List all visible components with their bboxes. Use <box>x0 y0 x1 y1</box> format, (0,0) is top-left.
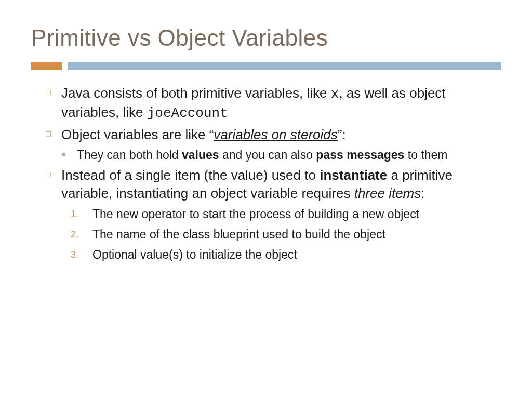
slide: Primitive vs Object Variables □ Java con… <box>0 0 532 399</box>
number-marker: 2. <box>68 227 92 243</box>
number-marker: 3. <box>68 247 92 263</box>
bullet-3-text: Instead of a single item (the value) use… <box>61 166 501 203</box>
numbered-1-text: The new operator to start the process of… <box>92 206 501 222</box>
text-span: to them <box>404 148 447 162</box>
numbered-1: 1. The new operator to start the process… <box>68 206 501 222</box>
text-span: Object variables are like “ <box>61 127 214 142</box>
bold-span: values <box>182 148 219 162</box>
bold-span: instantiate <box>320 167 387 183</box>
bullet-1: □ Java consists of both primitive variab… <box>46 84 501 123</box>
italic-span: three items <box>354 185 421 201</box>
sub-bullet-2a: ■ They can both hold values and you can … <box>61 147 501 163</box>
bullet-marker-icon: □ <box>46 84 61 123</box>
slide-title: Primitive vs Object Variables <box>31 25 501 51</box>
underline-span: variables on steroids <box>214 127 337 142</box>
accent-bar <box>31 62 501 70</box>
text-span: They can both hold <box>77 148 182 162</box>
text-span: : <box>421 185 424 201</box>
accent-bar-gap <box>62 62 68 70</box>
text-span: ”: <box>338 127 346 142</box>
slide-content: □ Java consists of both primitive variab… <box>31 84 501 263</box>
numbered-3-text: Optional value(s) to initialize the obje… <box>92 247 501 263</box>
code-span: joeAccount <box>147 105 228 121</box>
accent-bar-blue <box>68 62 501 70</box>
bullet-marker-icon: □ <box>46 126 61 144</box>
accent-bar-orange <box>31 62 62 70</box>
numbered-3: 3. Optional value(s) to initialize the o… <box>68 247 501 263</box>
code-span: x <box>331 86 339 102</box>
bold-span: pass messages <box>316 148 404 162</box>
text-span: Instead of a single item (the value) use… <box>61 167 320 183</box>
number-marker: 1. <box>68 206 92 222</box>
text-span: Java consists of both primitive variable… <box>61 85 331 101</box>
sub-bullet-2a-text: They can both hold values and you can al… <box>77 147 501 163</box>
numbered-2-text: The name of the class blueprint used to … <box>92 227 501 243</box>
sub-bullet-marker-icon: ■ <box>61 147 77 163</box>
bullet-2-text: Object variables are like “variables on … <box>61 126 501 144</box>
bullet-marker-icon: □ <box>46 166 61 203</box>
bullet-1-text: Java consists of both primitive variable… <box>61 84 501 123</box>
text-span: and you can also <box>219 148 316 162</box>
bullet-2: □ Object variables are like “variables o… <box>46 126 501 144</box>
numbered-2: 2. The name of the class blueprint used … <box>68 227 501 243</box>
bullet-3: □ Instead of a single item (the value) u… <box>46 166 501 203</box>
